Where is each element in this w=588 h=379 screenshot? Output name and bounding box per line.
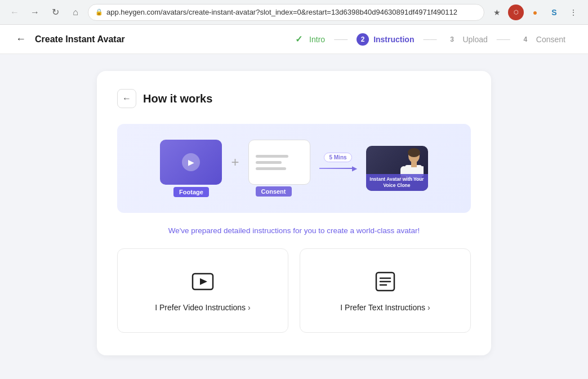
consent-card: Consent (248, 140, 310, 185)
step-divider-1: —— (334, 35, 348, 43)
step-instruction-circle: 2 (357, 33, 369, 46)
options-row: I Prefer Video Instructions › I Prefer T… (117, 248, 471, 333)
text-instructions-label: I Prefer Text Instructions › (340, 303, 430, 312)
consent-line-2 (256, 161, 282, 164)
video-icon (190, 269, 215, 294)
step-upload-circle: 3 (446, 33, 458, 46)
extension-button-3[interactable]: S (546, 5, 562, 20)
consent-item: Consent (248, 140, 310, 185)
forward-nav-button[interactable]: → (27, 5, 43, 20)
arrow-line: ▶ (319, 164, 357, 172)
text-icon (373, 269, 398, 294)
url-bar[interactable]: 🔒 app.heygen.com/avatars/create-instant-… (88, 4, 484, 21)
step-instruction-label: Instruction (373, 35, 414, 44)
result-card: Instant Avatar with Your Voice Clone (366, 146, 428, 191)
back-nav-button[interactable]: ← (7, 5, 23, 20)
bookmark-button[interactable]: ★ (489, 5, 505, 20)
consent-line-1 (256, 155, 289, 158)
browser-chrome: ← → ↻ ⌂ 🔒 app.heygen.com/avatars/create-… (0, 0, 588, 25)
arrow-container: 5 Mins ▶ (319, 153, 357, 172)
step-intro-circle: ✓ (292, 33, 305, 46)
video-instructions-label: I Prefer Video Instructions › (155, 303, 251, 312)
app-back-button[interactable]: ← (14, 31, 28, 47)
footage-card: ▶ Footage (160, 140, 222, 185)
video-instructions-card[interactable]: I Prefer Video Instructions › (117, 248, 288, 333)
how-it-works-card: ← How it works ▶ Footage + Cons (97, 71, 491, 355)
app-bar: ← Create Instant Avatar ✓ Intro —— 2 Ins… (0, 25, 588, 54)
card-header: ← How it works (117, 89, 471, 108)
step-upload: 3 Upload (436, 33, 496, 46)
result-item: Instant Avatar with Your Voice Clone (366, 146, 428, 191)
extension-button-1[interactable]: ⬡ (508, 5, 524, 20)
video-chevron-icon: › (248, 303, 251, 312)
text-instructions-card[interactable]: I Prefer Text Instructions › (300, 248, 471, 333)
steps-nav: ✓ Intro —— 2 Instruction —— 3 Upload —— … (283, 33, 574, 46)
svg-marker-8 (200, 278, 207, 285)
step-upload-label: Upload (462, 35, 487, 44)
step-instruction: 2 Instruction (348, 33, 423, 46)
step-intro: ✓ Intro (283, 33, 334, 46)
arrow-shaft (319, 168, 353, 169)
step-intro-label: Intro (309, 35, 325, 44)
step-divider-2: —— (423, 35, 436, 43)
svg-rect-3 (411, 162, 417, 167)
extension-button-4[interactable]: ⋮ (565, 5, 581, 20)
arrow-head-icon: ▶ (352, 164, 357, 172)
extension-button-2[interactable]: ● (527, 5, 543, 20)
consent-label: Consent (256, 186, 292, 197)
step-divider-3: —— (497, 35, 510, 43)
footage-play-icon: ▶ (182, 153, 200, 171)
text-chevron-icon: › (427, 303, 430, 312)
card-back-button[interactable]: ← (117, 89, 136, 108)
lock-icon: 🔒 (95, 8, 103, 16)
text-icon-svg (373, 269, 398, 294)
footage-item: ▶ Footage (160, 140, 222, 185)
step-consent-circle: 4 (519, 33, 532, 46)
footage-label: Footage (173, 187, 209, 197)
home-button[interactable]: ⌂ (68, 5, 83, 20)
card-back-icon: ← (122, 93, 131, 104)
svg-point-1 (408, 148, 420, 157)
plus-sign: + (231, 154, 239, 170)
step-consent: 4 Consent (510, 33, 574, 46)
step-consent-label: Consent (536, 35, 565, 44)
card-title: How it works (143, 92, 212, 105)
app-back-icon: ← (16, 33, 26, 45)
browser-action-buttons: ★ ⬡ ● S ⋮ (489, 5, 581, 20)
main-content: ← How it works ▶ Footage + Cons (0, 54, 588, 379)
video-icon-svg (190, 269, 215, 294)
arrow-label: 5 Mins (324, 153, 351, 162)
how-it-works-diagram: ▶ Footage + Consent 5 Mins (117, 124, 471, 213)
app-title: Create Instant Avatar (35, 34, 125, 44)
result-overlay: Instant Avatar with Your Voice Clone (366, 174, 428, 191)
url-text: app.heygen.com/avatars/create-instant-av… (106, 8, 457, 16)
reload-button[interactable]: ↻ (47, 5, 63, 20)
info-text: We've prepared detailed instructions for… (117, 226, 471, 235)
consent-line-3 (256, 167, 287, 170)
